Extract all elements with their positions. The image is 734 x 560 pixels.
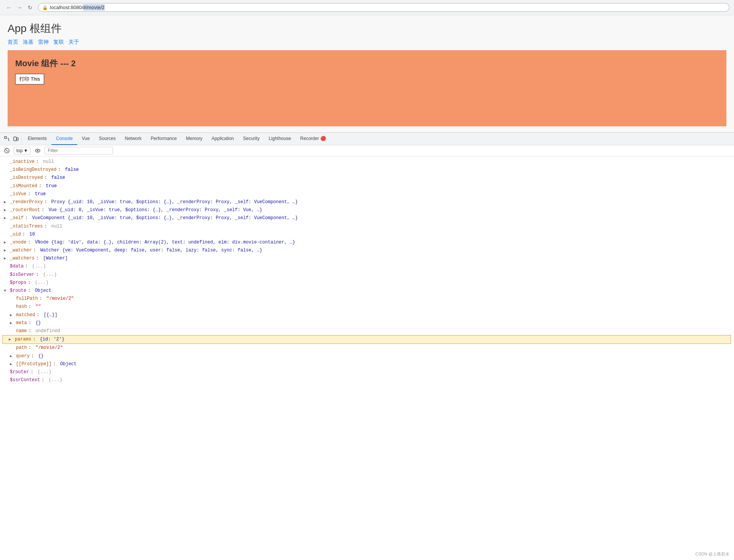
print-button[interactable]: 打印 This	[15, 74, 44, 84]
prop-value: null	[51, 223, 62, 230]
prop-colon: :	[30, 369, 36, 376]
prop-colon: :	[36, 271, 41, 278]
prop-key: params	[15, 336, 31, 343]
nav-about[interactable]: 关于	[68, 39, 79, 46]
filter-input[interactable]	[45, 147, 113, 154]
prop-key: $isServer	[10, 271, 35, 278]
prop-colon: :	[44, 199, 49, 206]
expand-arrow-icon[interactable]: ▶	[4, 240, 8, 246]
console-line[interactable]: ▶params: {id: '2'}	[2, 335, 731, 344]
console-line: fullPath: "/movie/2"	[3, 295, 731, 303]
prop-colon: :	[29, 320, 34, 327]
tab-lighthouse[interactable]: Lighthouse	[264, 133, 296, 145]
prop-key: _watcher	[10, 247, 32, 254]
prop-value: [{…}]	[44, 312, 57, 319]
tab-memory[interactable]: Memory	[182, 133, 207, 145]
prop-value: Watcher {vm: VueComponent, deep: false, …	[40, 247, 262, 254]
console-line[interactable]: ▶_vnode: VNode {tag: 'div', data: {…}, c…	[3, 239, 731, 247]
prop-key: name	[16, 328, 27, 335]
prop-key: $props	[10, 279, 26, 286]
devtools-left-icons	[3, 135, 20, 143]
tab-performance[interactable]: Performance	[146, 133, 182, 145]
back-button[interactable]: ←	[5, 3, 13, 12]
tab-recorder[interactable]: Recorder 🔴	[296, 133, 331, 145]
context-selector[interactable]: top ▼	[14, 147, 31, 154]
prop-key: _isMounted	[10, 183, 37, 190]
prop-key: [[Prototype]]	[16, 361, 52, 368]
address-bar[interactable]: localhost:8080/#/movie/2	[50, 5, 105, 10]
prop-colon: :	[25, 263, 30, 270]
devtools-panel: Elements Console Vue Sources Network Per…	[0, 132, 734, 385]
expand-arrow-icon[interactable]: ▶	[9, 337, 13, 343]
console-line[interactable]: ▶_watchers: [Watcher]	[3, 255, 731, 262]
expand-arrow-icon[interactable]: ▶	[10, 312, 14, 318]
console-line[interactable]: ▶_watcher: Watcher {vm: VueComponent, de…	[3, 247, 731, 255]
prop-key: _self	[10, 215, 24, 222]
prop-colon: :	[33, 336, 38, 343]
devtools-toolbar: top ▼	[0, 145, 734, 156]
forward-button[interactable]: →	[15, 3, 24, 12]
tab-sources[interactable]: Sources	[94, 133, 120, 145]
inspect-icon[interactable]	[3, 135, 11, 143]
prop-key: $router	[10, 369, 29, 376]
eye-icon[interactable]	[34, 147, 41, 154]
prop-value: true	[46, 183, 57, 190]
prop-key: query	[16, 353, 30, 360]
nav-luoji[interactable]: 洛基	[23, 39, 33, 46]
console-line[interactable]: ▶query: {}	[3, 352, 731, 360]
expand-arrow-icon[interactable]: ▶	[4, 199, 8, 205]
console-line[interactable]: ▶matched: [{…}]	[3, 311, 731, 319]
expand-arrow-icon[interactable]: ▶	[10, 353, 14, 360]
prop-key: _isVue	[10, 191, 26, 198]
prop-value: "/movie/2"	[35, 344, 63, 352]
prop-value: false	[51, 174, 65, 181]
prop-value: undefined	[35, 328, 60, 335]
prop-value: "/movie/2"	[46, 295, 74, 302]
expand-arrow-icon[interactable]: ▶	[4, 248, 8, 254]
nav-leishen[interactable]: 雷神	[38, 39, 49, 46]
console-line[interactable]: ▼$route: Object	[3, 287, 731, 295]
prop-colon: :	[29, 303, 34, 310]
prop-value: ""	[35, 303, 41, 310]
prop-key: matched	[16, 312, 35, 319]
console-line: $props: (...)	[3, 279, 731, 287]
nav-home[interactable]: 首页	[8, 39, 18, 46]
prop-value: VueComponent {_uid: 10, _isVue: true, $o…	[32, 215, 298, 222]
expand-arrow-icon[interactable]: ▶	[4, 256, 8, 262]
prop-value: true	[35, 191, 46, 198]
console-line: _isDestroyed: false	[3, 174, 731, 182]
expand-arrow-icon[interactable]: ▶	[10, 361, 14, 368]
console-line[interactable]: ▶get $attrs: f reactiveGetter()	[3, 384, 731, 385]
prop-value: Vue {_uid: 0, _isVue: true, $options: {……	[49, 207, 263, 214]
prop-colon: :	[37, 312, 42, 319]
expand-arrow-icon[interactable]: ▼	[4, 288, 8, 294]
prop-key: $route	[10, 287, 26, 294]
tab-elements[interactable]: Elements	[23, 133, 51, 145]
svg-point-7	[37, 150, 38, 151]
tab-security[interactable]: Security	[239, 133, 264, 145]
prop-value: {}	[38, 353, 43, 360]
console-line[interactable]: ▶_renderProxy: Proxy {_uid: 10, _isVue: …	[3, 198, 731, 206]
expand-arrow-icon[interactable]: ▶	[4, 207, 8, 213]
prop-colon: :	[36, 255, 41, 262]
reload-button[interactable]: ↻	[26, 3, 34, 12]
console-line[interactable]: ▶[[Prototype]]: Object	[3, 360, 731, 368]
prop-value: Proxy {_uid: 10, _isVue: true, $options:…	[51, 199, 298, 206]
expand-arrow-icon[interactable]: ▶	[4, 215, 8, 221]
tab-network[interactable]: Network	[120, 133, 146, 145]
tab-application[interactable]: Application	[207, 133, 239, 145]
clear-console-icon[interactable]	[3, 147, 11, 154]
prop-key: _staticTrees	[10, 223, 43, 230]
prop-colon: :	[25, 215, 30, 222]
console-line[interactable]: ▶_self: VueComponent {_uid: 10, _isVue: …	[3, 214, 731, 222]
expand-arrow-icon[interactable]: ▶	[10, 320, 14, 326]
device-icon[interactable]	[12, 135, 20, 143]
tab-console[interactable]: Console	[51, 133, 77, 145]
console-line[interactable]: ▶meta: {}	[3, 319, 731, 327]
prop-value: (...)	[38, 369, 51, 376]
nav-fulian[interactable]: 复联	[53, 39, 64, 46]
browser-bar: ← → ↻ 🔒 localhost:8080/#/movie/2	[0, 0, 734, 15]
console-line[interactable]: ▶_routerRoot: Vue {_uid: 0, _isVue: true…	[3, 206, 731, 214]
console-line: _uid: 10	[3, 231, 731, 239]
tab-vue[interactable]: Vue	[77, 133, 94, 145]
